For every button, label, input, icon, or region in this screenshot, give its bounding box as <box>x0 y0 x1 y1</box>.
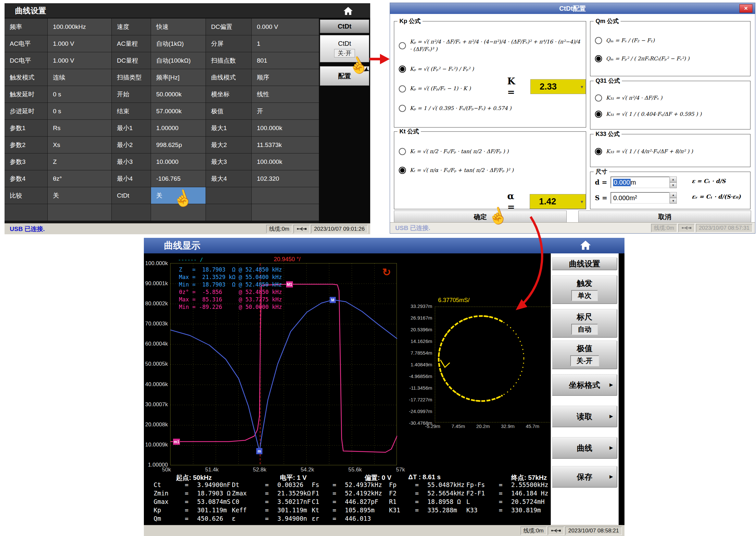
setting-value-cell[interactable]: 100.000kHz <box>48 18 111 35</box>
radio-selected-icon[interactable] <box>595 111 602 118</box>
coord-format-button[interactable]: 坐标格式► <box>552 374 617 396</box>
main-plot[interactable]: Z = 18.7903 Ω @ 52.4850 kHzMax = 21.3529… <box>170 263 397 465</box>
setting-value-cell[interactable]: 1.000 V <box>48 35 111 52</box>
setting-value-cell[interactable]: 关 <box>48 187 111 204</box>
formula-text: Kₚ = √( π²/4 · ΔF/Fₛ + π²/4 · (4−π²)/4 ·… <box>410 38 583 53</box>
formula-option[interactable]: Kₚ = √( π²/4 · ΔF/Fₛ + π²/4 · (4−π²)/4 ·… <box>399 38 583 53</box>
usb-icon <box>294 225 310 233</box>
formula-option[interactable]: Kₚ = √( (Fₚ² − Fₛ²) / Fₚ² ) <box>399 66 583 73</box>
setting-value-cell[interactable]: Z <box>48 153 111 170</box>
formula-option[interactable]: K₃₁ = √( π²/4 · ΔF/Fₛ ) <box>595 94 747 102</box>
setting-value-cell[interactable]: 1.00000 <box>151 120 205 136</box>
curve-marker: M1 <box>286 281 293 287</box>
setting-value-cell[interactable]: θz° <box>48 170 111 187</box>
results-row: Gmax=53.0874mSC0=3.50217nFC1=446.827pFR1… <box>154 498 553 507</box>
trigger-button[interactable]: 触发单次 <box>552 275 617 304</box>
radio-selected-icon[interactable] <box>399 66 406 73</box>
k-value-input[interactable]: 2.33 ▾ <box>530 79 586 94</box>
setting-value-cell[interactable]: 102.320 <box>252 170 320 187</box>
extremum-button[interactable]: 极值关-开 <box>552 340 617 369</box>
setting-value-cell[interactable]: 自动(1kΩ) <box>151 35 205 52</box>
radio-icon[interactable] <box>399 42 406 49</box>
alpha-value-input[interactable]: 1.42 ▾ <box>530 194 586 209</box>
radio-icon[interactable] <box>399 105 406 112</box>
spin-up-icon[interactable]: ▲ <box>669 192 677 198</box>
formula-option[interactable]: Kₜ = √( π/α · Fₛ/Fₚ + tan( π/2 · ΔF/Fₚ )… <box>399 167 583 174</box>
formula-option[interactable]: Kₜ = √( π/2 · Fₛ/Fₚ · tan( π/2 · ΔF/Fₚ )… <box>399 148 583 155</box>
ok-button[interactable]: 确定 <box>394 211 567 223</box>
ctdt-toggle-value[interactable]: 关·开 <box>334 49 355 57</box>
ctdt-menu: CtDt CtDt 关·开 配置 <box>319 18 370 223</box>
setting-value-cell[interactable]: 0 s <box>48 86 111 103</box>
sidebar-button-value[interactable]: 关-开 <box>570 355 599 366</box>
close-icon[interactable]: ✕ <box>739 4 752 13</box>
d-input[interactable]: 0.000 m ▲▼ <box>611 177 669 188</box>
refresh-icon[interactable]: ↻ <box>382 266 391 278</box>
cancel-button[interactable]: 取消 <box>578 211 751 223</box>
home-icon[interactable] <box>342 6 355 17</box>
setting-value-cell[interactable]: 801 <box>252 52 320 69</box>
equals-sign: = <box>333 489 341 497</box>
setting-value-cell[interactable] <box>151 204 205 220</box>
equals-sign: = <box>265 498 273 505</box>
radio-icon[interactable] <box>595 37 602 44</box>
formula-option[interactable]: Qₘ = Fₛ / (F₂ − F₁) <box>595 37 747 44</box>
setting-value-cell[interactable]: 1.000 V <box>48 52 111 69</box>
s-input[interactable]: 0.000m² ▲▼ <box>611 192 669 204</box>
save-button[interactable]: 保存► <box>552 466 617 488</box>
equals-sign: = <box>265 507 273 514</box>
setting-value-cell[interactable]: -106.765 <box>151 170 205 187</box>
setting-value-cell[interactable]: Xs <box>48 137 111 153</box>
setting-value-cell[interactable]: 0.000 V <box>252 18 320 35</box>
formula-option[interactable]: Kₚ = 1 / √( 0.395 · Fₛ/(Fₚ−Fₛ) + 0.574 ) <box>399 105 583 112</box>
radio-selected-icon[interactable] <box>399 167 406 174</box>
setting-value-cell[interactable]: 998.625p <box>151 137 205 153</box>
spin-down-icon[interactable]: ▼ <box>669 198 677 204</box>
s-spinner[interactable]: ▲▼ <box>669 192 677 204</box>
config-button[interactable]: 配置 <box>320 66 369 86</box>
radio-selected-icon[interactable] <box>595 55 602 62</box>
setting-value-cell[interactable]: 自动(100kΩ) <box>151 52 205 69</box>
setting-value-cell[interactable]: Rs <box>48 120 111 136</box>
home-icon[interactable] <box>579 240 592 251</box>
equals-sign: = <box>265 489 273 497</box>
setting-value-cell[interactable]: 100.000k <box>252 153 320 170</box>
formula-option[interactable]: K₃₁ = √( 1 / ( 0.404·Fₛ/ΔF + 0.595 ) ) <box>595 111 747 118</box>
setting-value-cell[interactable]: 50.0000k <box>151 86 205 103</box>
sidebar-button-value[interactable]: 单次 <box>571 290 598 301</box>
setting-value-cell[interactable]: 线性 <box>252 86 320 103</box>
read-button[interactable]: 读取► <box>552 406 617 427</box>
radio-icon[interactable] <box>399 85 406 92</box>
setting-value-cell[interactable] <box>252 187 320 204</box>
formula-option[interactable]: K₃₃ = √( 1 / ( 4/π²·Fₛ/ΔF + 8/π² ) ) <box>595 148 747 155</box>
radio-selected-icon[interactable] <box>595 148 602 155</box>
setting-value-cell[interactable]: 0 s <box>48 103 111 119</box>
curve-button[interactable]: 曲线► <box>552 437 617 459</box>
ctdt-toggle-button[interactable]: CtDt 关·开 <box>320 35 369 62</box>
setting-value-cell[interactable]: 连续 <box>48 69 111 86</box>
dropdown-arrow-icon[interactable]: ▾ <box>581 199 583 204</box>
setting-value-cell[interactable]: 关 <box>151 187 205 204</box>
spin-up-icon[interactable]: ▲ <box>669 177 677 182</box>
results-row: Qm=450.626ε=3.94900nεr=446.013 <box>154 515 553 523</box>
radio-icon[interactable] <box>399 148 406 155</box>
setting-value-cell[interactable]: 频率[Hz] <box>151 69 205 86</box>
formula-option[interactable]: Qₘ = Fₚ² / ( 2πFₛRCₜ(Fₚ² − Fₛ²) ) <box>595 55 747 62</box>
ruler-button[interactable]: 标尺自动 <box>552 309 617 338</box>
setting-value-cell[interactable]: 11.5373k <box>252 137 320 153</box>
setting-value-cell[interactable]: 快速 <box>151 18 205 35</box>
setting-value-cell[interactable]: 1 <box>252 35 320 52</box>
d-spinner[interactable]: ▲▼ <box>669 177 677 188</box>
spin-down-icon[interactable]: ▼ <box>669 182 677 188</box>
setting-value-cell[interactable] <box>252 204 320 220</box>
setting-value-cell[interactable]: 100.000k <box>252 120 320 136</box>
sidebar-button-value[interactable]: 自动 <box>571 324 598 335</box>
setting-value-cell[interactable]: 顺序 <box>252 69 320 86</box>
admittance-circle-plot[interactable] <box>435 307 553 422</box>
setting-value-cell[interactable]: 10.0000 <box>151 153 205 170</box>
setting-value-cell[interactable]: 57.0000k <box>151 103 205 119</box>
setting-value-cell[interactable] <box>48 204 111 220</box>
dropdown-arrow-icon[interactable]: ▾ <box>581 84 583 89</box>
setting-value-cell[interactable]: 开 <box>252 103 320 119</box>
radio-icon[interactable] <box>595 94 602 102</box>
